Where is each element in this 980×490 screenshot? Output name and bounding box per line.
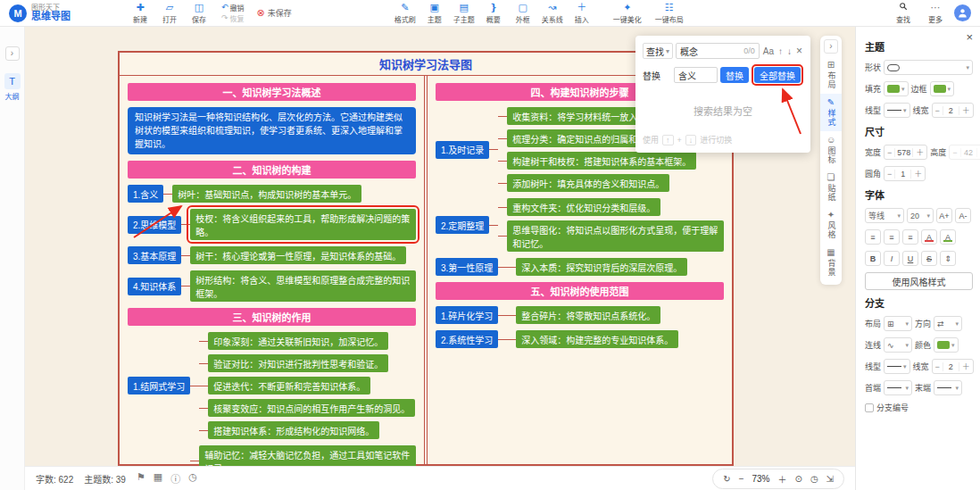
expand-left-panel-button[interactable]: › — [5, 46, 20, 61]
branch-color-select[interactable]: ▾ — [934, 337, 959, 353]
topic-node[interactable]: 1.碎片化学习 — [436, 306, 498, 324]
collapse-panel-button[interactable]: › — [824, 39, 838, 54]
relation-button[interactable]: ↝ 关系线 — [539, 1, 566, 26]
locate-icon[interactable]: ⊙ — [794, 474, 801, 484]
fullscreen-icon[interactable]: ⇲ — [826, 474, 834, 484]
frame-button[interactable]: ▢ 外框 — [510, 1, 536, 26]
topic-button[interactable]: ▣ 主题 — [421, 1, 448, 26]
font-size-select[interactable]: 20 ▾ — [907, 208, 934, 223]
fit-canvas-icon[interactable]: ↻ — [723, 474, 730, 484]
plus-icon[interactable]: ＋ — [911, 168, 925, 179]
beautify-button[interactable]: ✦ 一键美化 — [608, 1, 647, 26]
topic-node[interactable]: 1.结网式学习 — [128, 377, 190, 394]
branch-line-width-stepper[interactable]: − 2 ＋ — [932, 359, 974, 374]
branch-layout-select[interactable]: ⊞ ▾ — [884, 316, 912, 331]
tab-stickers[interactable]: ❏ 贴纸 — [820, 169, 842, 206]
overview-node[interactable]: 知识树学习法是一种将知识结构化、层次化的方法。它通过构建类似树状的模型来组织和梳… — [128, 107, 416, 154]
flag-icon[interactable]: ⚑ — [137, 471, 145, 486]
leaf-node[interactable]: 思维导图化：将知识点以图形化方式呈现，便于理解和记忆。 — [507, 220, 724, 252]
outline-button[interactable]: T 大纲 — [4, 73, 21, 101]
zoom-in-button[interactable]: ＋ — [777, 472, 786, 486]
clock-icon[interactable]: ◷ — [188, 471, 197, 486]
plus-icon[interactable]: ＋ — [977, 146, 980, 158]
section-header-2[interactable]: 二、知识树的构建 — [128, 161, 416, 179]
tab-background[interactable]: ▦ 背景 — [820, 244, 842, 281]
redo-button[interactable]: ↷ 恢复 — [221, 13, 245, 23]
find-mode-dropdown[interactable]: 查找 ▾ — [643, 43, 673, 59]
find-input[interactable]: 概念 0/0 — [676, 43, 760, 59]
search-button[interactable]: 查找 — [890, 1, 917, 26]
direction-select[interactable]: ⇄ ▾ — [934, 316, 962, 331]
board-icon[interactable]: ▦ — [154, 471, 162, 486]
leaf-node-highlighted[interactable]: 枝杈：将含义组织起来的工具，帮助形成解决问题的策略。 — [190, 209, 416, 240]
minus-icon[interactable]: − — [884, 148, 894, 157]
leaf-node[interactable]: 促进迭代：不断更新和完善知识体系。 — [208, 377, 370, 394]
leaf-node[interactable]: 深入领域：构建完整的专业知识体系。 — [516, 330, 678, 348]
new-button[interactable]: ✚ 新建 — [127, 1, 154, 26]
shape-select[interactable]: ▾ — [884, 60, 973, 75]
user-avatar[interactable] — [954, 4, 971, 21]
undo-button[interactable]: ↶ 撤销 — [221, 3, 245, 12]
replace-button[interactable]: 替换 — [720, 67, 749, 83]
more-button[interactable]: ⋯ 更多 — [922, 1, 949, 26]
section-header-1[interactable]: 一、知识树学习法概述 — [128, 83, 416, 101]
leaf-node[interactable]: 搭建知识体系：形成结构化的知识网络。 — [208, 421, 379, 439]
next-match-icon[interactable]: ↓ — [786, 46, 793, 56]
section-header-3[interactable]: 三、知识树的作用 — [128, 308, 416, 326]
close-dialog-icon[interactable]: × — [795, 45, 803, 57]
insert-button[interactable]: ＋ 插入 — [569, 1, 595, 26]
border-color-select[interactable]: ▾ — [930, 81, 955, 96]
highlight-color-button[interactable]: A — [940, 229, 956, 245]
topic-node[interactable]: 1.及时记录 — [436, 141, 489, 159]
tab-icons[interactable]: ☺ 图标 — [820, 131, 842, 169]
open-button[interactable]: ▱ 打开 — [156, 1, 183, 26]
leaf-node[interactable]: 树形结构：将含义、思维模型和原理整合成完整的知识框架。 — [190, 270, 416, 302]
line-width-stepper[interactable]: − 2 ＋ — [932, 103, 974, 118]
branch-numbering-checkbox[interactable] — [865, 403, 874, 412]
info-icon[interactable]: ⓘ — [170, 471, 180, 486]
autolayout-button[interactable]: ☷ 一键布局 — [650, 1, 689, 26]
topic-node[interactable]: 2.思维模型 — [128, 216, 181, 234]
leaf-node[interactable]: 深入本质：探究知识背后的深层次原理。 — [516, 258, 687, 276]
align-left-button[interactable]: ≡ — [865, 229, 881, 245]
topic-node[interactable]: 3.第一性原理 — [436, 258, 498, 276]
radius-stepper[interactable]: − 1 ＋ — [884, 166, 926, 181]
leaf-node[interactable]: 添加树叶：填充具体的含义和知识点。 — [507, 174, 669, 192]
connector-select[interactable]: ∿ ▾ — [884, 337, 912, 353]
minus-icon[interactable]: − — [950, 148, 959, 157]
leaf-node[interactable]: 核聚变效应：知识点间的相互作用产生新的洞见。 — [208, 399, 415, 417]
fill-color-select[interactable]: ▾ — [884, 81, 909, 96]
zoom-level[interactable]: 73% — [752, 474, 769, 484]
font-color-button[interactable]: A — [921, 229, 937, 245]
format-brush-button[interactable]: ✎ 格式刷 — [392, 1, 419, 26]
align-right-button[interactable]: ≡ — [902, 229, 918, 245]
underline-button[interactable]: U — [902, 251, 918, 266]
leaf-node[interactable]: 重构文件夹：优化知识分类和层级。 — [507, 198, 660, 216]
leaf-node[interactable]: 构建树干和枝杈：搭建知识体系的基本框架。 — [507, 152, 696, 170]
plus-icon[interactable]: ＋ — [959, 361, 973, 372]
leaf-node[interactable]: 印象深刻：通过关联新旧知识，加深记忆。 — [208, 332, 388, 350]
minus-icon[interactable]: − — [884, 170, 894, 179]
tab-layout[interactable]: ⊞ 布局 — [820, 56, 842, 94]
leaf-node[interactable]: 树干：核心理论或第一性原理，是知识体系的基础。 — [190, 246, 406, 264]
arrow-end-select[interactable]: ▾ — [934, 380, 962, 395]
plus-icon[interactable]: ＋ — [913, 146, 926, 158]
app-logo[interactable]: M 图形天下 思维导图 — [9, 4, 105, 22]
tab-themes[interactable]: ✦ 风格 — [820, 206, 842, 244]
summary-button[interactable]: ❵ 概要 — [480, 1, 507, 26]
line-type-select[interactable]: ▾ — [884, 103, 910, 118]
line-spacing-button[interactable]: ⇕ — [940, 251, 956, 266]
leaf-node[interactable]: 树叶：基础知识点，构成知识树的基本单元。 — [172, 185, 361, 203]
timer-icon[interactable]: ◷ — [810, 474, 818, 484]
leaf-node[interactable]: 验证对比：对知识进行批判性思考和验证。 — [208, 354, 388, 372]
plus-icon[interactable]: ＋ — [959, 104, 973, 116]
zoom-out-button[interactable]: − — [739, 474, 744, 484]
arrow-start-select[interactable]: ▾ — [884, 380, 912, 395]
use-style-button[interactable]: 使用风格样式 — [865, 272, 973, 290]
section-header-5[interactable]: 五、知识树的使用范围 — [436, 282, 724, 300]
topic-node[interactable]: 2.系统性学习 — [436, 330, 498, 348]
align-center-button[interactable]: ≡ — [884, 229, 900, 245]
topic-node[interactable]: 3.基本原理 — [128, 246, 181, 264]
topic-node[interactable]: 4.知识体系 — [128, 278, 181, 295]
minus-icon[interactable]: − — [933, 362, 943, 371]
